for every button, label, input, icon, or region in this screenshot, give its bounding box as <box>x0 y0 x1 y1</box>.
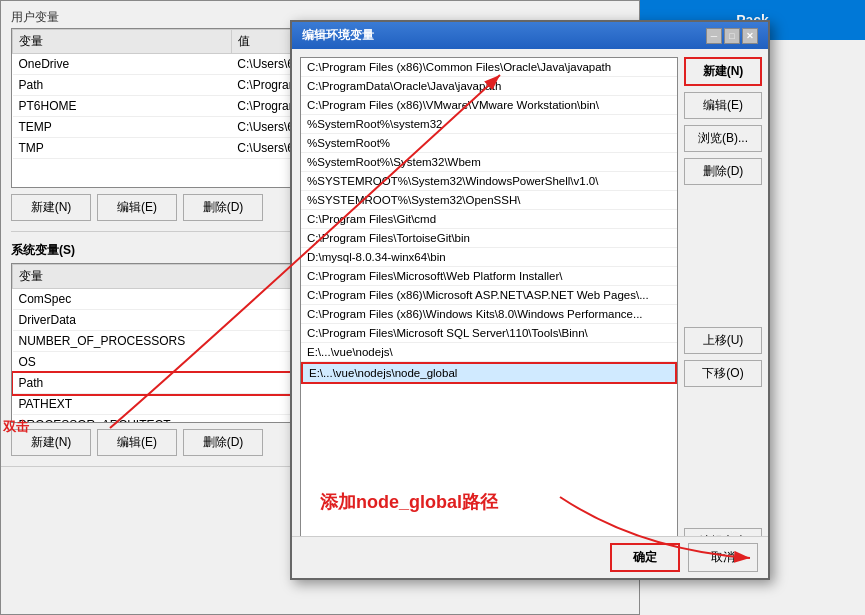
annotation-add-path: 添加node_global路径 <box>320 490 498 514</box>
path-item[interactable]: D:\mysql-8.0.34-winx64\bin <box>301 248 677 267</box>
path-item[interactable]: C:\Program Files\Microsoft\Web Platform … <box>301 267 677 286</box>
sys-delete-button[interactable]: 删除(D) <box>183 429 263 456</box>
path-item[interactable]: %SYSTEMROOT%\System32\OpenSSH\ <box>301 191 677 210</box>
dialog-cancel-button[interactable]: 取消 <box>688 543 758 572</box>
path-item[interactable]: C:\Program Files (x86)\VMware\VMware Wor… <box>301 96 677 115</box>
path-item[interactable]: %SYSTEMROOT%\System32\WindowsPowerShell\… <box>301 172 677 191</box>
user-edit-button[interactable]: 编辑(E) <box>97 194 177 221</box>
dialog-action-buttons: 新建(N) 编辑(E) 浏览(B)... 删除(D) 上移(U) 下移(O) 编… <box>678 49 768 577</box>
dialog-moveup-button[interactable]: 上移(U) <box>684 327 762 354</box>
dialog-ok-button[interactable]: 确定 <box>610 543 680 572</box>
user-new-button[interactable]: 新建(N) <box>11 194 91 221</box>
dialog-title: 编辑环境变量 <box>302 27 374 44</box>
dialog-titlebar: 编辑环境变量 ─ □ ✕ <box>292 22 768 49</box>
path-item[interactable]: %SystemRoot%\System32\Wbem <box>301 153 677 172</box>
user-var-name: OneDrive <box>13 54 232 75</box>
user-var-name: Path <box>13 75 232 96</box>
user-var-col-name: 变量 <box>13 30 232 54</box>
dialog-edit-button[interactable]: 编辑(E) <box>684 92 762 119</box>
path-item[interactable]: C:\Program Files\TortoiseGit\bin <box>301 229 677 248</box>
maximize-button[interactable]: □ <box>724 28 740 44</box>
path-item[interactable]: C:\ProgramData\Oracle\Java\javapath <box>301 77 677 96</box>
user-var-name: TEMP <box>13 117 232 138</box>
path-item[interactable]: C:\Program Files (x86)\Common Files\Orac… <box>301 58 677 77</box>
path-item[interactable]: E:\...\vue\nodejs\ <box>301 343 677 362</box>
annotation-dblclick: 双击 <box>3 418 29 436</box>
minimize-button[interactable]: ─ <box>706 28 722 44</box>
user-delete-button[interactable]: 删除(D) <box>183 194 263 221</box>
user-var-name: TMP <box>13 138 232 159</box>
sys-edit-button[interactable]: 编辑(E) <box>97 429 177 456</box>
titlebar-buttons: ─ □ ✕ <box>706 28 758 44</box>
dialog-bottom-buttons: 确定 取消 <box>292 536 768 578</box>
user-var-name: PT6HOME <box>13 96 232 117</box>
dialog-delete-button[interactable]: 删除(D) <box>684 158 762 185</box>
dialog-movedown-button[interactable]: 下移(O) <box>684 360 762 387</box>
path-item[interactable]: C:\Program Files (x86)\Windows Kits\8.0\… <box>301 305 677 324</box>
close-button[interactable]: ✕ <box>742 28 758 44</box>
dialog-browse-button[interactable]: 浏览(B)... <box>684 125 762 152</box>
path-item[interactable]: C:\Program Files (x86)\Microsoft ASP.NET… <box>301 286 677 305</box>
path-item[interactable]: %SystemRoot%\system32 <box>301 115 677 134</box>
path-item[interactable]: E:\...\vue\nodejs\node_global <box>301 362 677 384</box>
path-item[interactable]: %SystemRoot% <box>301 134 677 153</box>
path-item[interactable]: C:\Program Files\Microsoft SQL Server\11… <box>301 324 677 343</box>
dialog-new-button[interactable]: 新建(N) <box>684 57 762 86</box>
path-item[interactable]: C:\Program Files\Git\cmd <box>301 210 677 229</box>
